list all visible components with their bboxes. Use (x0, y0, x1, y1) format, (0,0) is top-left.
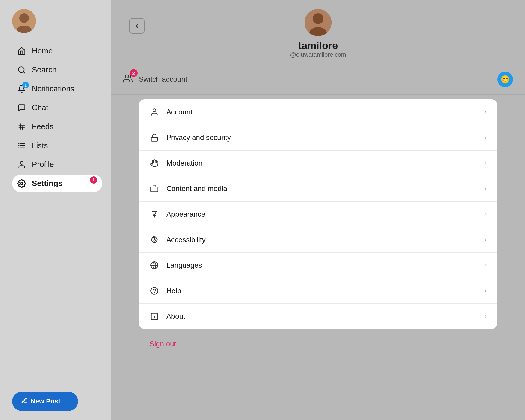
svg-point-16 (21, 182, 23, 184)
svg-line-8 (22, 123, 23, 130)
sidebar-item-label: Notifications (32, 84, 74, 93)
settings-row-label: About (166, 312, 185, 321)
sidebar-item-search[interactable]: Search (12, 61, 102, 79)
profile-section: tamilore @oluwatamilore.com (111, 0, 525, 64)
svg-line-7 (20, 123, 21, 130)
hand-icon (150, 159, 159, 167)
settings-row-left: Content and media (150, 184, 227, 193)
settings-row-label: Languages (166, 261, 202, 269)
settings-row-label: Privacy and security (166, 133, 231, 142)
svg-rect-23 (151, 187, 158, 192)
new-post-icon (21, 397, 28, 406)
about-icon (150, 312, 159, 321)
settings-row-content[interactable]: Content and media › (139, 176, 497, 202)
sidebar-item-chat[interactable]: Chat (12, 99, 102, 117)
svg-line-4 (23, 72, 25, 73)
notifications-badge: 1 (22, 82, 29, 88)
chevron-right-icon: › (484, 108, 487, 116)
svg-point-21 (153, 109, 156, 112)
settings-row-about[interactable]: About › (139, 304, 497, 329)
svg-point-12 (18, 143, 19, 144)
sign-out-label: Sign out (150, 340, 176, 348)
sidebar-item-lists[interactable]: Lists (12, 137, 102, 154)
chevron-right-icon: › (484, 261, 487, 269)
settings-row-label: Help (166, 287, 181, 295)
switch-account-row[interactable]: Switch account 2 😊 (111, 64, 525, 95)
profile-avatar (305, 9, 332, 36)
media-icon (150, 184, 159, 193)
back-button[interactable] (129, 18, 145, 34)
svg-rect-22 (151, 137, 157, 141)
settings-row-accessibility[interactable]: Accessibility › (139, 227, 497, 253)
settings-row-moderation[interactable]: Moderation › (139, 151, 497, 176)
switch-account-badge: 2 (130, 69, 138, 77)
appearance-icon (150, 210, 159, 218)
sidebar-item-label: Lists (32, 141, 48, 150)
sidebar-item-home[interactable]: Home (12, 42, 102, 60)
person-icon (150, 108, 159, 116)
content-wrapper: tamilore @oluwatamilore.com Switch accou… (111, 0, 525, 420)
profile-icon (17, 160, 26, 169)
settings-panel: Account › Privacy and security (139, 99, 497, 329)
svg-point-15 (20, 161, 23, 164)
svg-point-13 (18, 145, 19, 146)
svg-rect-25 (152, 211, 156, 212)
settings-row-left: Help (150, 287, 181, 295)
sidebar: Home Search Notifications 1 (0, 0, 111, 420)
new-post-label: New Post (31, 397, 60, 405)
svg-point-1 (19, 13, 29, 23)
settings-row-label: Appearance (166, 210, 205, 218)
settings-row-help[interactable]: Help › (139, 278, 497, 304)
sidebar-item-notifications[interactable]: Notifications 1 (12, 80, 102, 98)
sidebar-item-label: Chat (32, 103, 48, 112)
sidebar-item-label: Settings (32, 179, 63, 188)
chevron-right-icon: › (484, 134, 487, 142)
settings-row-left: Account (150, 108, 193, 116)
home-icon (17, 47, 26, 55)
chevron-right-icon: › (484, 159, 487, 167)
settings-row-appearance[interactable]: Appearance › (139, 202, 497, 227)
settings-row-left: Appearance (150, 210, 205, 218)
accessibility-icon (150, 236, 159, 244)
svg-point-14 (18, 147, 19, 148)
settings-row-privacy[interactable]: Privacy and security › (139, 125, 497, 151)
svg-point-18 (313, 13, 323, 24)
search-icon (17, 66, 26, 74)
settings-row-left: About (150, 312, 185, 321)
settings-row-left: Moderation (150, 159, 202, 167)
settings-row-label: Account (166, 108, 193, 116)
settings-row-languages[interactable]: Languages › (139, 253, 497, 278)
lock-icon (150, 133, 159, 142)
new-post-button[interactable]: New Post (12, 392, 78, 411)
sidebar-item-label: Profile (32, 160, 54, 169)
lists-icon (17, 142, 26, 150)
chevron-right-icon: › (484, 210, 487, 218)
sidebar-item-feeds[interactable]: Feeds (12, 118, 102, 135)
sidebar-item-label: Search (32, 65, 56, 75)
settings-row-left: Privacy and security (150, 133, 231, 142)
sidebar-item-settings[interactable]: Settings 1 (12, 175, 102, 192)
settings-badge: 1 (90, 176, 97, 184)
emoji-button[interactable]: 😊 (497, 72, 513, 87)
chevron-right-icon: › (484, 185, 487, 193)
settings-row-label: Moderation (166, 159, 202, 167)
switch-account-label: Switch account (139, 75, 187, 84)
sidebar-item-label: Home (32, 46, 53, 56)
settings-row-left: Accessibility (150, 236, 206, 244)
sidebar-avatar[interactable] (12, 9, 36, 33)
profile-handle: @oluwatamilore.com (290, 51, 346, 58)
settings-row-label: Accessibility (166, 236, 206, 244)
sign-out-row[interactable]: Sign out (139, 329, 497, 359)
main-content: tamilore @oluwatamilore.com Switch accou… (111, 0, 525, 420)
hashtag-icon (17, 123, 26, 131)
svg-point-20 (125, 75, 129, 78)
help-icon (150, 287, 159, 295)
nav-items: Home Search Notifications 1 (12, 42, 102, 386)
profile-name: tamilore (298, 40, 338, 51)
chat-icon (17, 104, 26, 112)
settings-row-account[interactable]: Account › (139, 99, 497, 125)
languages-icon (150, 261, 159, 269)
settings-row-label: Content and media (166, 184, 227, 193)
sidebar-item-label: Feeds (32, 122, 53, 131)
sidebar-item-profile[interactable]: Profile (12, 156, 102, 173)
